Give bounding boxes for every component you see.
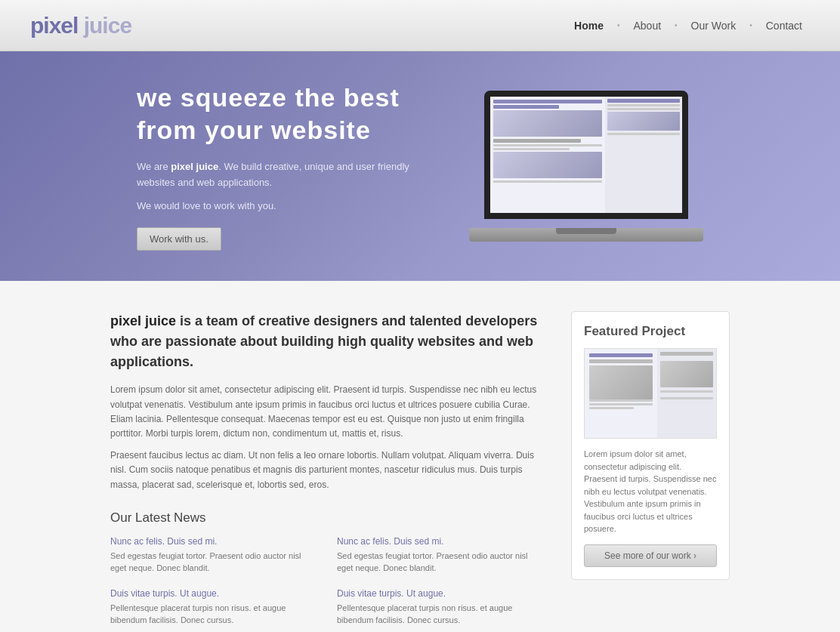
latest-news-section: Our Latest News Nunc ac felis. Duis sed … (110, 510, 541, 632)
nav-contact[interactable]: Contact (758, 20, 810, 32)
fp-img-inner (585, 349, 716, 438)
news-item-4-text: Pellentesque placerat turpis non risus. … (337, 602, 541, 627)
featured-project-image (584, 348, 717, 439)
screen-text-6 (607, 133, 680, 135)
nav-dot-1: • (617, 21, 620, 29)
content-right: Featured Project (571, 311, 730, 632)
screen-bar-2 (493, 105, 559, 109)
laptop-mockup (469, 91, 703, 242)
main-nav: Home • About • Our Work • Contact (567, 20, 810, 32)
news-item-2-text: Sed egestas feugiat tortor. Praesent odi… (337, 550, 541, 575)
site-logo[interactable]: pixel juice (30, 13, 131, 39)
nav-home[interactable]: Home (567, 20, 611, 32)
hero-image (469, 91, 703, 242)
screen-bar-4 (607, 99, 680, 103)
laptop-base (469, 228, 703, 242)
screen-right (605, 97, 682, 213)
screen-content (490, 97, 682, 213)
about-para1: Lorem ipsum dolor sit amet, consectetur … (110, 383, 541, 441)
fp-left (585, 349, 657, 438)
fp-bar-r1 (660, 352, 713, 356)
news-grid: Nunc ac felis. Duis sed mi. Sed egestas … (110, 536, 541, 632)
fp-text-r2 (660, 397, 713, 399)
screen-left (490, 97, 605, 213)
laptop-screen (484, 91, 688, 219)
featured-project-card: Featured Project (571, 311, 730, 580)
fp-text-2 (589, 403, 653, 405)
screen-text-3 (493, 180, 602, 183)
hero-cta-button[interactable]: Work with us. (137, 227, 221, 251)
fp-bar-1 (589, 353, 653, 357)
nav-dot-3: • (749, 21, 752, 29)
content-left: pixel juice is a team of creative design… (110, 311, 541, 632)
laptop-notch (556, 228, 616, 234)
news-item-4: Duis vitae turpis. Ut augue. Pellentesqu… (337, 588, 541, 627)
hero-text: we squeeze the best from your website We… (137, 82, 424, 251)
news-item-1-text: Sed egestas feugiat tortor. Praesent odi… (110, 550, 314, 575)
screen-text-2 (493, 148, 570, 150)
news-item-2-title[interactable]: Nunc ac felis. Duis sed mi. (337, 536, 541, 547)
screen-text-1 (493, 144, 602, 146)
featured-project-desc: Lorem ipsum dolor sit amet, consectetur … (584, 448, 717, 535)
screen-img-2 (493, 152, 602, 178)
news-item-1-title[interactable]: Nunc ac felis. Duis sed mi. (110, 536, 314, 547)
news-item-4-title[interactable]: Duis vitae turpis. Ut augue. (337, 588, 541, 599)
hero-headline: we squeeze the best from your website (137, 82, 424, 146)
nav-about[interactable]: About (625, 20, 669, 32)
site-header: pixel juice Home • About • Our Work • Co… (0, 0, 840, 51)
fp-right (657, 349, 716, 438)
about-para2: Praesent faucibus lectus ac diam. Ut non… (110, 449, 541, 492)
nav-dot-2: • (675, 21, 678, 29)
hero-tagline: We would love to work with you. (137, 199, 424, 214)
news-item-2: Nunc ac felis. Duis sed mi. Sed egestas … (337, 536, 541, 575)
about-section: pixel juice is a team of creative design… (110, 311, 541, 492)
about-heading: pixel juice is a team of creative design… (110, 311, 541, 372)
main-inner: pixel juice is a team of creative design… (80, 311, 760, 632)
fp-text-r1 (660, 390, 713, 393)
fp-text-1 (589, 399, 653, 402)
screen-bar-1 (493, 100, 602, 103)
screen-img-3 (607, 112, 680, 131)
featured-project-title: Featured Project (584, 324, 717, 339)
fp-img-block (589, 365, 653, 399)
fp-text-3 (589, 407, 634, 409)
nav-our-work[interactable]: Our Work (684, 20, 744, 32)
news-item-3-title[interactable]: Duis vitae turpis. Ut augue. (110, 588, 314, 599)
hero-section: we squeeze the best from your website We… (0, 51, 840, 281)
screen-text-5 (607, 108, 680, 110)
fp-img-block-r (660, 361, 713, 387)
news-item-3: Duis vitae turpis. Ut augue. Pellentesqu… (110, 588, 314, 627)
hero-intro: We are pixel juice. We build creative, u… (137, 159, 424, 191)
screen-bar-3 (493, 139, 581, 143)
screen-img-1 (493, 110, 602, 137)
see-more-button[interactable]: See more of our work (584, 544, 717, 567)
fp-bar-2 (589, 359, 653, 363)
main-content: pixel juice is a team of creative design… (0, 281, 840, 632)
latest-news-title: Our Latest News (110, 510, 541, 526)
news-item-3-text: Pellentesque placerat turpis non risus. … (110, 602, 314, 627)
news-item-1: Nunc ac felis. Duis sed mi. Sed egestas … (110, 536, 314, 575)
screen-text-4 (607, 104, 680, 106)
